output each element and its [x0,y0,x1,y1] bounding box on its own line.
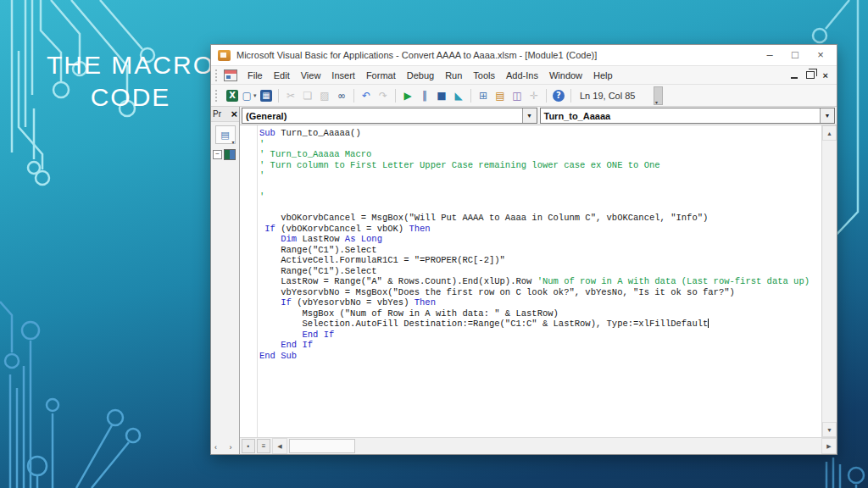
horizontal-scrollbar-thumb[interactable] [289,439,355,453]
mdi-minimize-icon[interactable] [791,77,798,79]
code-line[interactable] [259,181,821,192]
project-panel-title: Pr [213,109,231,119]
code-line[interactable]: End If [259,330,821,341]
procedure-dropdown-value: Turn_to_Aaaaa [541,111,821,121]
slide-title-line1: THE MACRO [32,49,229,81]
menu-bar: FileEditViewInsertFormatDebugRunToolsAdd… [211,65,837,84]
code-line[interactable]: Dim LastRow As Long [259,234,821,245]
menu-help[interactable]: Help [588,69,618,81]
menu-addins[interactable]: Add-Ins [501,69,543,81]
save-icon[interactable]: ▦ [260,90,272,102]
code-line[interactable]: ' [259,191,821,202]
code-line[interactable]: ' [259,170,821,181]
menu-format[interactable]: Format [361,69,401,81]
mdi-close-icon[interactable]: × [823,71,828,80]
toolbar-separator [570,89,571,103]
menu-debug[interactable]: Debug [402,69,439,81]
toolbar: X▢▾▦✂❏▨∞↶↷▶‖■◣⊞▤◫✛? Ln 19, Col 85 [211,84,837,107]
code-line[interactable]: Range("C1").Select [259,266,821,277]
module-window-icon [224,69,237,81]
workbook-icon [224,149,236,160]
code-line[interactable] [259,202,821,214]
object-browser-icon[interactable]: ◫ [509,88,525,103]
text-cursor [708,319,709,328]
properties-window-icon[interactable]: ▤ [492,88,508,103]
object-dropdown[interactable]: (General) ▼ [242,108,537,124]
chevron-down-icon[interactable]: ▼ [522,108,537,123]
slide-title-line2: CODE [32,81,229,114]
code-header-row: (General) ▼ Turn_to_Aaaaa ▼ [240,107,837,125]
chevron-down-icon[interactable]: ▼ [820,108,834,123]
copy-icon: ❏ [300,88,315,103]
code-line[interactable]: ' [259,139,821,150]
design-mode-icon[interactable]: ◣ [451,88,466,103]
code-line[interactable]: ' Turn column to First Letter Upper Case… [259,160,821,171]
vba-app-icon [218,50,231,61]
procedure-dropdown[interactable]: Turn_to_Aaaaa ▼ [540,108,836,124]
code-line[interactable]: ActiveCell.FormulaR1C1 = "=PROPER(RC[-2]… [259,255,821,266]
scroll-right-icon[interactable]: ▶ [821,438,837,454]
menubar-drag-handle-icon [215,69,220,81]
reset-icon[interactable]: ■ [434,88,449,103]
project-panel-scroll-chevrons[interactable]: ‹ › [214,443,237,452]
code-line[interactable]: If (vbOKorvbCancel = vbOK) Then [259,224,821,235]
menu-tools[interactable]: Tools [468,69,500,81]
toolbar-separator [546,89,547,103]
menu-edit[interactable]: Edit [269,69,295,81]
code-line[interactable]: vbOKorvbCancel = MsgBox("Will Put AAAA t… [259,213,821,224]
procedure-view-button[interactable]: ▪ [242,439,255,453]
menu-view[interactable]: View [296,69,326,81]
code-line[interactable]: Selection.AutoFill Destination:=Range("C… [259,319,821,330]
minimize-button[interactable]: – [757,47,782,64]
code-line[interactable]: If (vbYesorvbNo = vbYes) Then [259,297,821,308]
code-line[interactable]: Range("C1").Select [259,245,821,256]
project-panel-view-button[interactable]: ▤ [215,125,236,144]
code-line[interactable]: ' Turn_to_Aaaaa Macro [259,149,821,160]
mdi-restore-icon[interactable] [806,71,815,79]
project-panel-close-icon[interactable]: × [231,109,237,119]
find-icon[interactable]: ∞ [334,88,349,103]
maximize-button[interactable]: □ [782,47,808,64]
project-explorer-icon[interactable]: ⊞ [476,88,491,103]
vba-editor-window: Microsoft Visual Basic for Applications … [210,44,837,455]
menu-window[interactable]: Window [544,69,587,81]
code-line[interactable]: vbYesorvbNo = MsgBox("Does the first row… [259,287,821,298]
insert-userform-icon[interactable]: ▢▾ [242,88,257,103]
undo-icon[interactable]: ↶ [359,88,374,103]
title-bar: Microsoft Visual Basic for Applications … [211,45,837,65]
menu-file[interactable]: File [242,69,268,81]
project-tree-item[interactable]: − [211,146,239,164]
horizontal-scrollbar-row: ▪ ≡ ◀ ▶ [240,437,837,454]
toolbar-separator [395,89,396,103]
code-editor[interactable]: Sub Turn_to_Aaaaa()'' Turn_to_Aaaaa Macr… [240,125,837,437]
close-button[interactable]: × [808,47,833,64]
slide-title: THE MACRO CODE [32,49,229,114]
vertical-scrollbar[interactable]: ▲ ▼ [821,125,837,437]
run-icon[interactable]: ▶ [400,88,415,103]
toolbar-overflow-handle[interactable] [654,86,663,105]
toolbar-separator [353,89,354,103]
scroll-up-icon[interactable]: ▲ [822,125,837,141]
full-module-view-button[interactable]: ≡ [257,439,270,453]
cursor-position-status: Ln 19, Col 85 [580,91,635,101]
menu-insert[interactable]: Insert [326,69,360,81]
code-margin-bar [240,125,258,437]
scroll-left-icon[interactable]: ◀ [272,438,287,454]
code-text[interactable]: Sub Turn_to_Aaaaa()'' Turn_to_Aaaaa Macr… [258,125,821,361]
excel-icon[interactable]: X [226,90,238,102]
paste-icon: ▨ [317,88,332,103]
redo-icon: ↷ [376,88,391,103]
tree-collapse-icon[interactable]: − [213,150,222,159]
help-icon[interactable]: ? [553,90,565,102]
presentation-slide: THE MACRO CODE AC Microsoft Visual Basic… [0,0,868,488]
code-line[interactable]: Sub Turn_to_Aaaaa() [259,128,821,139]
code-line[interactable]: End Sub [259,351,821,362]
break-icon[interactable]: ‖ [417,88,432,103]
code-line[interactable]: LastRow = Range("A" & Rows.Count).End(xl… [259,276,821,287]
code-line[interactable]: MsgBox ("Num of Row in A with data: " & … [259,308,821,319]
toolbar-separator [470,89,471,103]
menu-run[interactable]: Run [440,69,467,81]
window-title: Microsoft Visual Basic for Applications … [236,50,757,60]
code-line[interactable]: End If [259,340,821,351]
scroll-down-icon[interactable]: ▼ [822,422,837,437]
